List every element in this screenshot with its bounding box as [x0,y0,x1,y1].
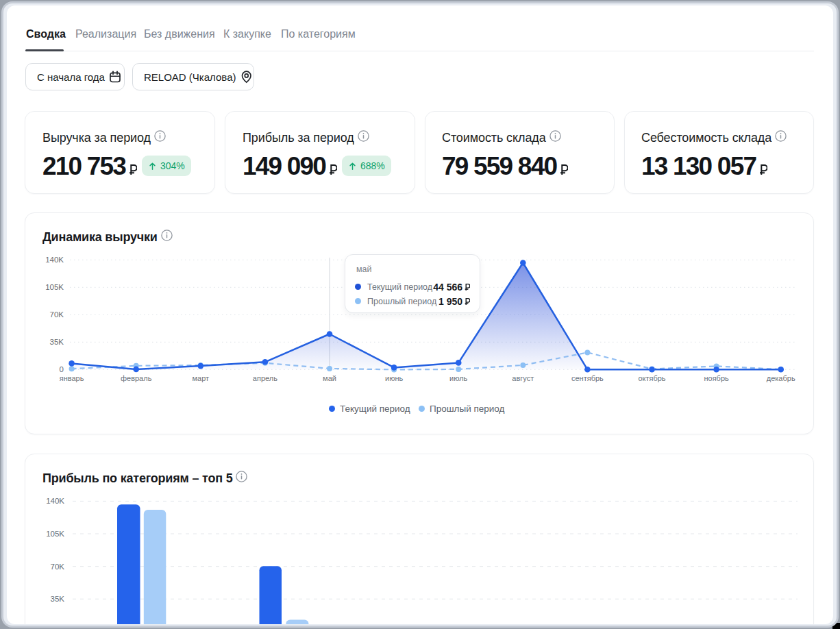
svg-text:ноябрь: ноябрь [704,374,729,382]
svg-text:апрель: апрель [253,374,277,382]
svg-text:105K: 105K [46,530,64,538]
svg-text:август: август [512,374,534,382]
svg-text:март: март [192,374,209,382]
svg-text:сентябрь: сентябрь [571,374,604,382]
svg-text:декабрь: декабрь [767,374,795,382]
svg-text:0: 0 [60,365,64,373]
svg-text:70K: 70K [50,310,64,319]
svg-text:октябрь: октябрь [638,374,665,382]
svg-text:июль: июль [449,374,468,382]
svg-text:июнь: июнь [385,374,403,382]
svg-text:май: май [323,374,336,382]
svg-text:105K: 105K [45,283,64,291]
svg-text:35K: 35K [50,338,64,346]
svg-text:140K: 140K [46,497,64,505]
svg-text:35K: 35K [51,595,65,603]
svg-text:70K: 70K [51,563,65,571]
svg-text:февраль: февраль [121,374,152,382]
svg-text:140K: 140K [45,256,64,264]
svg-text:январь: январь [60,374,84,382]
